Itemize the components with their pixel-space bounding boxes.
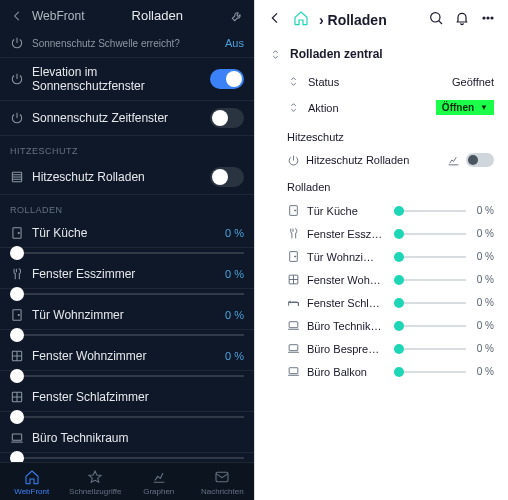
laptop-icon: [287, 365, 300, 378]
toggle-zeitfenster[interactable]: [210, 108, 244, 128]
nav-nachrichten[interactable]: Nachrichten: [191, 469, 255, 496]
slider[interactable]: [10, 334, 244, 336]
laptop-icon: [287, 342, 300, 355]
door-icon: [10, 226, 24, 240]
group-title: Rolladen zentral: [269, 41, 494, 69]
back-icon[interactable]: [267, 10, 283, 29]
rolladen-row: Büro Technikr… 0 %: [269, 314, 494, 337]
row-elevation: Elevation im Sonnenschutzfenster: [0, 58, 254, 101]
bottom-nav: WebFront Schnellzugriffe Graphen Nachric…: [0, 462, 254, 500]
rolladen-row: Fenster Esszi… 0 %: [269, 222, 494, 245]
laptop-icon: [10, 431, 24, 445]
slider[interactable]: [10, 457, 244, 459]
status-row: Status Geöffnet: [269, 69, 494, 94]
power-icon: [10, 72, 24, 86]
row-hitzeschutz: Hitzeschutz Rolladen: [269, 149, 494, 171]
rolladen-row: Büro Besprec… 0 %: [269, 337, 494, 360]
section-hitzeschutz: HITZESCHUTZ: [0, 136, 254, 160]
door-icon: [287, 250, 300, 263]
updown-icon: [287, 101, 300, 114]
action-dropdown[interactable]: Öffnen▼: [436, 100, 494, 115]
slider[interactable]: [10, 293, 244, 295]
bell-icon[interactable]: [454, 10, 470, 29]
rolladen-row: Fenster Schlaf… 0 %: [269, 291, 494, 314]
row-zeitfenster: Sonnenschutz Zeitfenster: [0, 101, 254, 136]
home-icon[interactable]: [293, 10, 309, 29]
page-title: Rolladen: [92, 8, 222, 23]
door-icon: [287, 204, 300, 217]
webfront-app: WebFront Rolladen Sonnenschutz Schwelle …: [0, 0, 254, 500]
rolladen-row: Fenster Schlafzimmer: [0, 383, 254, 412]
slider[interactable]: [10, 416, 244, 418]
chart-icon[interactable]: [447, 154, 460, 167]
rolladen-row: Büro Balkon 0 %: [269, 360, 494, 383]
rolladen-row: Tür Küche 0 %: [0, 219, 254, 248]
page-title: › Rolladen: [319, 12, 418, 28]
search-icon[interactable]: [428, 10, 444, 29]
window-icon: [10, 390, 24, 404]
toggle-elevation[interactable]: [210, 69, 244, 89]
left-header: WebFront Rolladen: [0, 0, 254, 29]
more-icon[interactable]: [480, 10, 496, 29]
aus-value: Aus: [225, 37, 244, 49]
toggle-hitzeschutz[interactable]: [466, 153, 494, 167]
back-icon[interactable]: [10, 9, 24, 23]
power-icon: [287, 154, 300, 167]
bed-icon: [287, 296, 300, 309]
updown-icon: [269, 48, 282, 61]
rolladen-row: Büro Technikraum: [0, 424, 254, 453]
rolladen-row: Tür Küche 0 %: [269, 199, 494, 222]
slider[interactable]: [10, 375, 244, 377]
slider[interactable]: [394, 325, 466, 327]
window-icon: [10, 349, 24, 363]
toggle-hitzeschutz[interactable]: [210, 167, 244, 187]
power-icon: [10, 111, 24, 125]
door-icon: [10, 308, 24, 322]
rolladen-row: Fenster Esszimmer 0 %: [0, 260, 254, 289]
nav-graphen[interactable]: Graphen: [127, 469, 191, 496]
power-icon: [10, 36, 24, 50]
section-hitzeschutz: Hitzeschutz: [269, 121, 494, 149]
wrench-icon[interactable]: [230, 9, 244, 23]
row-hitzeschutz: Hitzeschutz Rolladen: [0, 160, 254, 195]
rolladen-row: Fenster Wohn… 0 %: [269, 268, 494, 291]
section-rolladen: ROLLADEN: [0, 195, 254, 219]
slider[interactable]: [10, 252, 244, 254]
nav-schnellzugriffe[interactable]: Schnellzugriffe: [64, 469, 128, 496]
window-icon: [287, 273, 300, 286]
slider[interactable]: [394, 279, 466, 281]
shutter-icon: [10, 170, 24, 184]
slider[interactable]: [394, 210, 466, 212]
slider[interactable]: [394, 256, 466, 258]
status-value: Geöffnet: [452, 76, 494, 88]
row-schwelle[interactable]: Sonnenschutz Schwelle erreicht? Aus: [0, 29, 254, 58]
slider[interactable]: [394, 233, 466, 235]
slider[interactable]: [394, 348, 466, 350]
action-row: Aktion Öffnen▼: [269, 94, 494, 121]
section-rolladen: Rolladen: [269, 171, 494, 199]
nav-webfront[interactable]: WebFront: [0, 469, 64, 496]
rolladen-row: Fenster Wohnzimmer 0 %: [0, 342, 254, 371]
rolladen-row: Tür Wohnzimmer 0 %: [0, 301, 254, 330]
rolladen-row: Tür Wohnzim… 0 %: [269, 245, 494, 268]
app-name: WebFront: [32, 9, 84, 23]
laptop-icon: [287, 319, 300, 332]
slider[interactable]: [394, 302, 466, 304]
fork-icon: [287, 227, 300, 240]
slider[interactable]: [394, 371, 466, 373]
right-header: › Rolladen: [255, 0, 508, 37]
updown-icon: [287, 75, 300, 88]
neo-app: › Rolladen Rolladen zentral Status Geöff…: [254, 0, 508, 500]
fork-icon: [10, 267, 24, 281]
